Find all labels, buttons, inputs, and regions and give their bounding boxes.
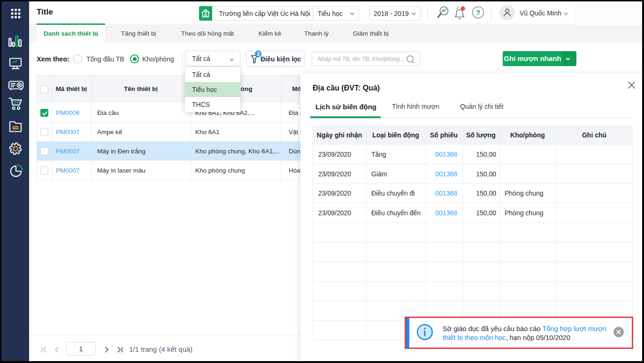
svg-text:3: 3 [257,51,260,57]
svg-text:?: ? [476,8,480,16]
